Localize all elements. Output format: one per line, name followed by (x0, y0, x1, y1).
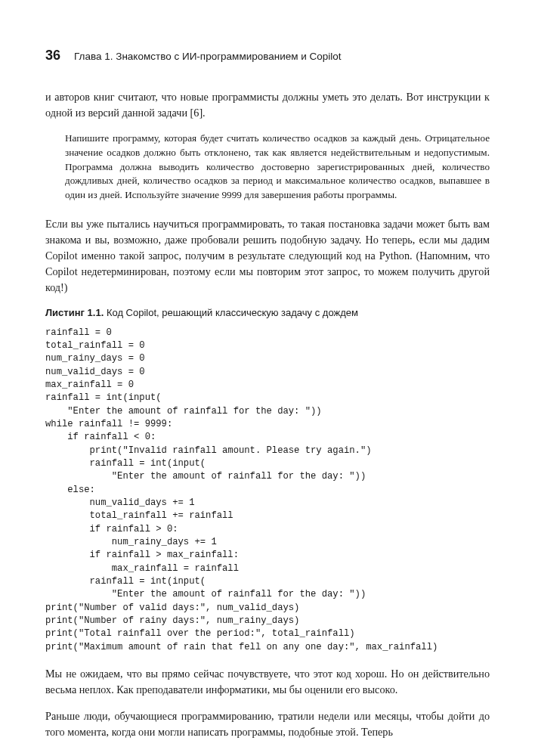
page-header: 36 Глава 1. Знакомство с ИИ-программиров… (45, 45, 490, 65)
paragraph-3: Мы не ожидаем, что вы прямо сейчас почув… (45, 666, 490, 698)
listing-caption: Код Copilot, решающий классическую задач… (104, 307, 358, 318)
paragraph-2: Если вы уже пытались научиться программи… (45, 216, 490, 296)
paragraph-1: и авторов книг считают, что новые програ… (45, 89, 490, 121)
page-number: 36 (45, 45, 60, 65)
task-description-blockquote: Напишите программу, которая будет считат… (65, 132, 490, 203)
chapter-title: Глава 1. Знакомство с ИИ-программировани… (74, 49, 342, 64)
code-listing: rainfall = 0 total_rainfall = 0 num_rain… (45, 327, 490, 654)
listing-title: Листинг 1.1. Код Copilot, решающий класс… (45, 306, 490, 321)
listing-label: Листинг 1.1. (45, 307, 104, 318)
paragraph-4: Раньше люди, обучающиеся программировани… (45, 708, 490, 740)
